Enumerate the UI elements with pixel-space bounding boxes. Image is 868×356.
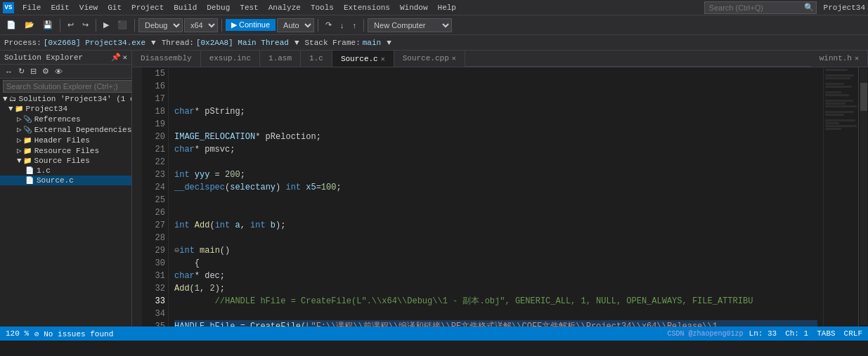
tab-sourcecpp-close[interactable]: ✕ (452, 54, 456, 62)
token-keyword: int (285, 183, 301, 192)
process-info: Process: [0x2668] Project34.exe (4, 39, 145, 47)
process-label: Process: (4, 39, 41, 47)
tab-1c[interactable]: 1.c (301, 51, 332, 67)
menu-debug[interactable]: Debug (202, 2, 234, 13)
expand-icon: ▼ (8, 105, 13, 113)
code-line-28: { (174, 257, 817, 270)
menu-test[interactable]: Test (235, 2, 262, 13)
tab-winnt[interactable]: winnt.h ✕ (811, 51, 868, 67)
undo-btn[interactable]: ↩ (64, 19, 77, 31)
file-1c-node[interactable]: 📄 1.c (0, 166, 131, 176)
right-scrollbar[interactable] (858, 67, 868, 327)
file-1c-label: 1.c (37, 166, 51, 175)
source-folder-icon: 📁 (23, 157, 32, 165)
menu-analyze[interactable]: Analyze (264, 2, 305, 13)
project-node[interactable]: ▼ 📁 Project34 (0, 104, 131, 114)
minimap-line (825, 86, 852, 88)
minimap-line (825, 119, 855, 121)
refresh-btn[interactable]: ↻ (16, 66, 27, 77)
tab-sourcecpp[interactable]: Source.cpp ✕ (394, 51, 465, 67)
solution-node[interactable]: ▼ 🗂 Solution 'Project34' (1 of 1 project… (0, 94, 131, 104)
collapse-btn[interactable]: ⊟ (28, 66, 39, 77)
menu-git[interactable]: Git (103, 2, 126, 13)
tab-info: TABS (817, 329, 835, 338)
menu-help[interactable]: Help (434, 2, 460, 13)
tab-sourcec[interactable]: Source.c ✕ (332, 51, 394, 67)
stack-value: main (363, 39, 381, 47)
open-btn[interactable]: 📂 (21, 19, 38, 31)
tab-sourcec-close[interactable]: ✕ (381, 55, 385, 63)
solution-search-input[interactable] (3, 80, 134, 93)
line-number-18: 18 (145, 105, 165, 118)
show-all-btn[interactable]: 👁 (53, 67, 65, 77)
code-editor[interactable]: 1516171819202122232425262728293031323334… (132, 67, 868, 327)
ext-dep-label: External Dependencies (34, 126, 131, 134)
solution-explorer-header: Solution Explorer 📌 ✕ (0, 51, 131, 65)
line-number-28: 28 (145, 232, 165, 244)
pin-icon[interactable]: 📌 (111, 53, 121, 62)
step-into-btn[interactable]: ↓ (337, 20, 348, 31)
resource-files-node[interactable]: ▷ 📁 Resource Files (0, 145, 131, 156)
tab-sourcecpp-label: Source.cpp (403, 54, 449, 62)
menu-window[interactable]: Window (396, 2, 432, 13)
code-line-25: int Add(int a, int b); (174, 219, 817, 232)
token-variable: selectany (230, 183, 276, 192)
project-name: Project34 (824, 4, 865, 12)
token-keyword: char (174, 145, 195, 154)
platform-dropdown[interactable]: x64 (184, 18, 218, 32)
stack-info: Stack Frame: main (305, 39, 382, 47)
new-file-btn[interactable]: 📄 (3, 19, 20, 31)
scrollbar-thumb[interactable] (860, 83, 867, 111)
sync-btn[interactable]: ↔ (3, 67, 15, 77)
token-operator: ; (240, 170, 245, 180)
line-number-15: 15 (145, 67, 165, 80)
ext-dependencies-node[interactable]: ▷ 📎 External Dependencies (0, 124, 131, 135)
token-keyword: int (215, 220, 231, 230)
stop-btn[interactable]: ⬛ (114, 19, 131, 31)
expand-icon: ▷ (17, 125, 22, 134)
code-content[interactable]: char* pString;IMAGE_RELOCATION* pRelocti… (169, 67, 823, 327)
step-over-btn[interactable]: ↷ (322, 19, 335, 31)
continue-btn[interactable]: ▶ Continue (226, 19, 276, 31)
properties-btn[interactable]: ⚙ (40, 66, 51, 77)
tab-disassembly[interactable]: Disassembly (132, 51, 201, 67)
line-number-34: 34 (145, 308, 165, 320)
menu-view[interactable]: View (75, 2, 102, 13)
minimap-line (825, 91, 841, 93)
start-btn[interactable]: ▶ (100, 19, 112, 31)
save-btn[interactable]: 💾 (39, 19, 56, 31)
debug-config-dropdown[interactable]: Debug (138, 18, 183, 32)
token-keyword: char (174, 271, 195, 281)
menu-tools[interactable]: Tools (306, 2, 338, 13)
scrollbar-track[interactable] (860, 69, 867, 325)
global-search-input[interactable] (704, 1, 817, 14)
menu-file[interactable]: File (18, 2, 45, 13)
file-sourcec-node[interactable]: 📄 Source.c (0, 176, 131, 185)
code-line-30: Add(1, 2); (174, 282, 817, 295)
step-out-btn[interactable]: ↑ (349, 20, 361, 31)
close-icon[interactable]: ✕ (122, 53, 127, 62)
tab-1asm[interactable]: 1.asm (260, 51, 301, 67)
computer-dropdown[interactable]: New Computer (368, 18, 452, 32)
token-operator: ( (190, 284, 195, 294)
references-icon: 📎 (23, 115, 32, 124)
thread-info: Thread: [0x2AA8] Main Thread (162, 39, 289, 47)
tab-winnt-close[interactable]: ✕ (855, 54, 859, 62)
auto-dropdown[interactable]: Auto (277, 18, 314, 32)
menu-build[interactable]: Build (169, 2, 201, 13)
source-files-node[interactable]: ▼ 📁 Source Files (0, 156, 131, 166)
sep4 (221, 19, 222, 32)
minimap-line (825, 100, 853, 102)
header-files-node[interactable]: ▷ 📁 Header Files (0, 135, 131, 145)
menu-extensions[interactable]: Extensions (339, 2, 394, 13)
code-line-23 (174, 194, 817, 206)
tab-exsup[interactable]: exsup.inc (201, 51, 260, 67)
minimap-line (825, 74, 854, 77)
redo-btn[interactable]: ↪ (79, 19, 92, 31)
menu-project[interactable]: Project (127, 2, 168, 13)
menu-edit[interactable]: Edit (46, 2, 73, 13)
file-1c-icon: 📄 (25, 166, 34, 175)
solution-label: Solution 'Project34' (1 of 1 project) (19, 95, 131, 103)
references-node[interactable]: ▷ 📎 References (0, 114, 131, 124)
token-comment: //HANDLE hFile = CreateFile(L".\\x64\\De… (174, 296, 753, 306)
